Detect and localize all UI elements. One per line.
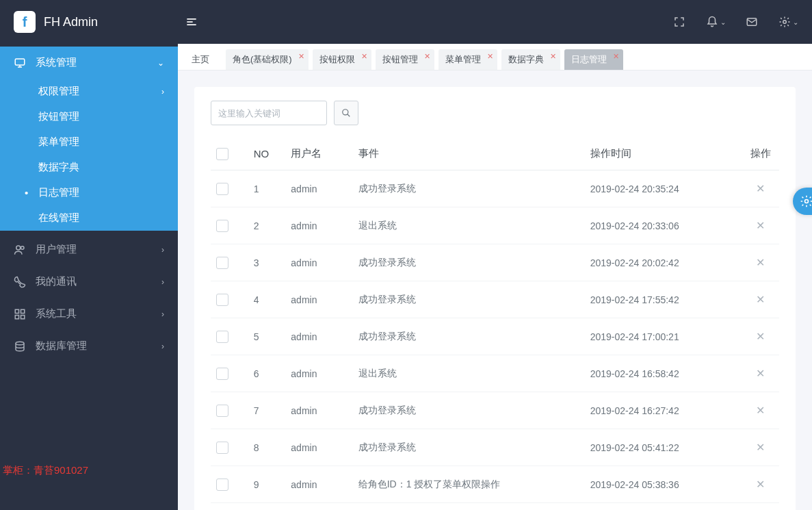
logo-area[interactable]: f FH Admin [0,11,178,33]
tab[interactable]: 按钮管理✕ [376,49,434,70]
chevron-down-icon: ⌄ [157,58,164,68]
row-checkbox[interactable] [216,257,228,269]
chevron-right-icon: › [161,309,164,319]
svg-point-8 [16,246,21,250]
delete-button[interactable]: ✕ [756,220,765,231]
table-row: 1admin成功登录系统2019-02-24 20:35:24✕ [211,170,779,207]
sidebar-icon [14,308,29,320]
tab-label: 主页 [192,54,209,64]
sidebar-item[interactable]: 数据库管理› [0,330,178,362]
logo-icon: f [14,11,36,33]
delete-button[interactable]: ✕ [756,183,765,194]
table-row: 8admin成功登录系统2019-02-24 05:41:22✕ [211,429,779,466]
cell-user: admin [285,355,352,392]
settings-button[interactable]: ⌄ [778,15,798,29]
tab[interactable]: 菜单管理✕ [438,49,497,70]
delete-button[interactable]: ✕ [756,479,765,490]
sidebar-subitem-label: 按钮管理 [38,110,79,123]
row-checkbox[interactable] [216,183,228,195]
notifications-button[interactable]: ⌄ [705,15,726,29]
select-all-checkbox[interactable] [216,148,228,160]
sidebar-subitem-label: 权限管理 [38,85,79,98]
svg-rect-11 [21,309,25,313]
mail-button[interactable] [745,15,759,29]
table-row: 2admin退出系统2019-02-24 20:33:06✕ [211,207,779,244]
sidebar-item[interactable]: 用户管理› [0,233,178,266]
search-input[interactable] [211,101,327,125]
mail-icon [746,16,758,28]
row-checkbox[interactable] [216,479,228,491]
sidebar-item[interactable]: 我的通讯› [0,266,178,298]
menu-toggle-button[interactable] [178,8,205,36]
sidebar-subitem-label: 日志管理 [38,186,79,199]
sidebar-subitem[interactable]: 日志管理 [0,180,178,205]
svg-line-16 [348,114,350,117]
header-no: NO [248,138,286,170]
row-checkbox[interactable] [216,220,228,232]
delete-button[interactable]: ✕ [756,294,765,305]
table-row: 4admin成功登录系统2019-02-24 17:55:42✕ [211,281,779,318]
close-icon[interactable]: ✕ [424,52,430,61]
monitor-icon [14,57,29,69]
close-icon[interactable]: ✕ [298,52,304,61]
close-icon[interactable]: ✕ [487,52,493,61]
delete-button[interactable]: ✕ [756,442,765,453]
tab[interactable]: 按钮权限✕ [313,49,371,70]
cell-user: admin [285,207,352,244]
sidebar-subitem[interactable]: 在线管理 [0,205,178,231]
svg-rect-13 [21,315,25,318]
row-checkbox[interactable] [216,331,228,343]
cell-no: 9 [248,466,286,503]
sidebar-icon [14,244,29,256]
svg-point-15 [343,110,348,115]
tab-label: 按钮管理 [382,54,418,64]
cell-event: 退出系统 [353,355,585,392]
cell-user: admin [285,318,352,355]
topbar-right: ⌄ ⌄ [672,15,812,29]
fullscreen-button[interactable] [672,15,686,29]
content: NO 用户名 事件 操作时间 操作 1admin成功登录系统2019-02-24… [178,71,812,510]
sidebar-subitem[interactable]: 数据字典 [0,155,178,180]
cell-time: 2019-02-24 20:35:24 [585,170,742,207]
search-button[interactable] [334,101,358,125]
delete-button[interactable]: ✕ [756,257,765,268]
gear-icon [800,194,812,208]
table-row: 7admin成功登录系统2019-02-24 16:27:42✕ [211,392,779,429]
row-checkbox[interactable] [216,442,228,454]
sidebar-subitem[interactable]: 权限管理› [0,79,178,104]
svg-rect-10 [15,309,18,313]
sidebar-label: 系统管理 [36,56,77,69]
hamburger-icon [185,15,198,29]
cell-event: 成功登录系统 [353,318,585,355]
sidebar-item[interactable]: 系统工具› [0,298,178,330]
cell-time: 2019-02-24 16:58:42 [585,355,742,392]
delete-button[interactable]: ✕ [756,405,765,416]
tab[interactable]: 日志管理✕ [564,49,623,70]
row-checkbox[interactable] [216,368,228,380]
tab[interactable]: 角色(基础权限)✕ [226,49,309,70]
fullscreen-icon [673,16,685,28]
row-checkbox[interactable] [216,405,228,417]
header-user: 用户名 [285,138,352,170]
sidebar-subitem[interactable]: 按钮管理 [0,104,178,129]
row-checkbox[interactable] [216,294,228,306]
delete-button[interactable]: ✕ [756,331,765,342]
chevron-right-icon: › [161,245,164,255]
header-event: 事件 [353,138,585,170]
close-icon[interactable]: ✕ [361,52,367,61]
cell-no: 4 [248,281,286,318]
sidebar-item-system[interactable]: 系统管理 ⌄ [0,47,178,79]
main: 主页角色(基础权限)✕按钮权限✕按钮管理✕菜单管理✕数据字典✕日志管理✕ NO … [178,44,812,510]
close-icon[interactable]: ✕ [550,52,556,61]
tab[interactable]: 数据字典✕ [501,49,560,70]
svg-point-17 [805,200,809,203]
delete-button[interactable]: ✕ [756,368,765,379]
close-icon[interactable]: ✕ [613,52,619,61]
cell-event: 成功登录系统 [353,170,585,207]
tabs: 主页角色(基础权限)✕按钮权限✕按钮管理✕菜单管理✕数据字典✕日志管理✕ [178,44,812,71]
tab[interactable]: 主页 [185,49,222,70]
cell-time: 2019-02-24 05:38:36 [585,466,742,503]
sidebar-subitem-label: 数据字典 [38,161,79,174]
bell-icon [706,16,718,28]
sidebar-subitem[interactable]: 菜单管理 [0,129,178,155]
